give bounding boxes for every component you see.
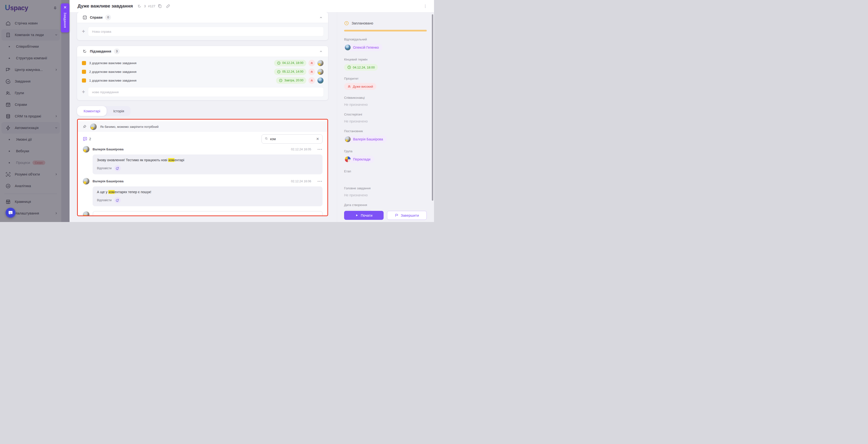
responsible-pill[interactable]: Олексій Гепенко bbox=[344, 44, 382, 51]
pinned-comment-text: Як бачимо, можемо закріпити потрібний bbox=[100, 125, 158, 129]
avatar bbox=[345, 136, 351, 142]
subtasks-title: Підзавдання bbox=[90, 49, 111, 53]
comment-menu-button[interactable]: ••• bbox=[317, 147, 322, 151]
play-icon bbox=[355, 214, 359, 217]
scrollbar-thumb[interactable] bbox=[432, 14, 433, 201]
status-checkbox[interactable] bbox=[82, 78, 86, 82]
task-drawer-tab[interactable]: ✕ Завдання bbox=[61, 3, 69, 32]
todos-card: Справи 0 + Нова справа bbox=[77, 12, 328, 40]
task-title: Дуже важливе завдання bbox=[78, 3, 133, 9]
field-label: Пріоритет bbox=[344, 77, 427, 80]
assignee-avatar[interactable] bbox=[317, 60, 324, 66]
new-comment-field[interactable] bbox=[93, 211, 322, 216]
comment-author: Валерія Башкірова bbox=[93, 147, 124, 151]
priority-icon bbox=[308, 77, 315, 84]
todos-title: Справи bbox=[90, 15, 102, 20]
avatar bbox=[83, 146, 90, 153]
add-reaction-icon[interactable] bbox=[114, 197, 121, 203]
plus-icon: + bbox=[82, 29, 85, 34]
modal-scrim[interactable] bbox=[0, 0, 69, 222]
field-label: Головне завдання bbox=[344, 186, 427, 190]
subtask-row[interactable]: 2 додаткове важливе завдання 05.12.24, 1… bbox=[82, 67, 324, 76]
group-pill[interactable]: Переклади bbox=[344, 156, 374, 163]
chat-bubble-icon bbox=[8, 210, 13, 215]
subtasks-icon bbox=[137, 4, 142, 8]
avatar bbox=[90, 123, 97, 130]
comment-time: 02.12.24 16:06 bbox=[291, 180, 311, 183]
collapse-icon[interactable] bbox=[319, 49, 323, 53]
field-label: Група bbox=[344, 149, 427, 153]
search-icon bbox=[265, 137, 268, 141]
assignee-avatar[interactable] bbox=[317, 77, 324, 84]
subtask-row[interactable]: 1 додаткове важливе завдання Завтра, 20:… bbox=[82, 76, 324, 85]
comments-history-tabs: Коментарі Історія bbox=[77, 106, 131, 116]
subtask-count: 3 bbox=[144, 4, 146, 8]
header-menu-button[interactable]: ⋮ bbox=[423, 6, 427, 7]
field-label: Спостерігачі bbox=[344, 112, 427, 116]
flag-icon bbox=[395, 213, 398, 217]
comment-bubble: Знову оновлення! Тестимо як працюють нов… bbox=[93, 155, 322, 174]
comments-count-icon bbox=[83, 137, 88, 141]
subtasks-icon bbox=[83, 49, 87, 54]
todos-count-badge: 0 bbox=[105, 14, 111, 20]
comment-time: 02.12.24 16:05 bbox=[291, 148, 311, 151]
comments-search[interactable]: ✕ bbox=[261, 134, 322, 143]
close-icon[interactable]: ✕ bbox=[63, 6, 67, 9]
avatar bbox=[345, 44, 351, 50]
reply-button[interactable]: Відповісти bbox=[97, 167, 112, 170]
task-number: #127 bbox=[148, 4, 155, 8]
pinned-comment[interactable]: Як бачимо, можемо закріпити потрібний bbox=[78, 121, 328, 132]
tab-history[interactable]: Історія bbox=[106, 106, 131, 116]
due-date-pill[interactable]: 05.12.24, 14:00 bbox=[274, 69, 306, 75]
clear-search-icon[interactable]: ✕ bbox=[316, 137, 319, 141]
subtask-title: 2 додаткове важливе завдання bbox=[89, 70, 136, 74]
parent-task-value[interactable]: Не призначено bbox=[344, 193, 427, 197]
status-checkbox[interactable] bbox=[82, 70, 86, 74]
deadline-pill[interactable]: 04.12.24, 18:00 bbox=[344, 64, 378, 71]
priority-pill[interactable]: Дуже високий bbox=[344, 83, 376, 90]
task-details-panel: Заплановано Відповідальний Олексій Гепен… bbox=[337, 12, 434, 222]
avatar bbox=[83, 178, 90, 185]
avatar bbox=[83, 211, 90, 216]
group-avatar bbox=[345, 156, 351, 163]
reply-button[interactable]: Відповісти bbox=[97, 199, 112, 202]
assignee-avatar[interactable] bbox=[317, 69, 324, 75]
subtask-row[interactable]: 3 додаткове важливе завдання 04.12.24, 1… bbox=[82, 59, 324, 67]
copy-icon[interactable] bbox=[157, 4, 162, 8]
tab-comments[interactable]: Коментарі bbox=[77, 106, 106, 116]
subtasks-card: Підзавдання 3 3 додаткове важливе завдан… bbox=[77, 46, 328, 100]
add-reaction-icon[interactable] bbox=[114, 165, 121, 171]
comments-panel: Як бачимо, можемо закріпити потрібний 2 … bbox=[77, 119, 328, 216]
comment-bubble: А ще у коментарях тепер є пошук! Відпові… bbox=[93, 186, 322, 206]
collapse-icon[interactable] bbox=[319, 16, 323, 20]
new-todo-input[interactable]: Нова справа bbox=[88, 27, 324, 36]
task-body: Справи 0 + Нова справа Підзавдання 3 3 д… bbox=[69, 12, 337, 222]
search-highlight: ком bbox=[108, 190, 115, 194]
status-checkbox[interactable] bbox=[82, 61, 86, 65]
link-icon[interactable] bbox=[166, 4, 170, 8]
comment-author: Валерія Башкірова bbox=[93, 179, 124, 183]
finish-button[interactable]: Завершити bbox=[387, 211, 427, 220]
field-label: Постановник bbox=[344, 129, 427, 133]
subtask-title: 1 додаткове важливе завдання bbox=[89, 79, 136, 82]
due-date-pill[interactable]: Завтра, 20:00 bbox=[276, 77, 306, 84]
new-subtask-input[interactable]: нове підзавдання bbox=[88, 87, 324, 97]
status-clock-icon bbox=[344, 21, 349, 26]
comment-input[interactable] bbox=[97, 215, 318, 216]
start-button[interactable]: Почати bbox=[344, 211, 383, 220]
subtasks-count-badge: 3 bbox=[114, 48, 120, 54]
support-chat-button[interactable] bbox=[6, 208, 16, 218]
subtask-title: 3 додаткове важливе завдання bbox=[89, 61, 136, 65]
watchers-value[interactable]: Не призначено bbox=[344, 119, 427, 123]
comment-menu-button[interactable]: ••• bbox=[317, 179, 322, 183]
coexecutors-value[interactable]: Не призначено bbox=[344, 103, 427, 106]
status-progress-bar bbox=[344, 30, 427, 31]
search-input[interactable] bbox=[270, 137, 314, 141]
stage-value-empty[interactable] bbox=[344, 173, 427, 180]
plus-icon: + bbox=[82, 89, 85, 95]
priority-icon bbox=[308, 69, 315, 75]
due-date-pill[interactable]: 04.12.24, 18:00 bbox=[274, 60, 306, 66]
app-screen: Uspacy Стрічка новин Компанія та люди bbox=[0, 0, 434, 222]
field-label: Відповідальний bbox=[344, 37, 427, 41]
author-pill[interactable]: Валерія Башкірова bbox=[344, 136, 387, 143]
